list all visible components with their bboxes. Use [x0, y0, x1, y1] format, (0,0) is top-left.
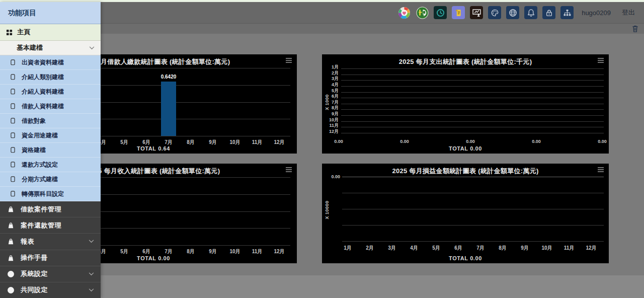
- document-icon: [11, 103, 15, 109]
- sidebar-title: 功能項目: [0, 2, 101, 24]
- sidebar-item[interactable]: 報表: [0, 234, 101, 250]
- gridline: [341, 92, 604, 93]
- sidebar-subitem[interactable]: 轉傳票科目設定: [0, 187, 101, 201]
- org-logo-icon[interactable]: [416, 6, 429, 19]
- sidebar-item[interactable]: 共同設定: [0, 282, 101, 298]
- x-axis-label: 6月: [142, 139, 150, 146]
- sidebar-subitem[interactable]: 資金用途建檔: [0, 128, 101, 143]
- sidebar-subitem[interactable]: 出資者資料建檔: [0, 55, 101, 70]
- x-axis-label: 6月: [142, 248, 150, 255]
- x-axis-label: 6月: [454, 245, 462, 252]
- sidebar-item-label: 操作手冊: [21, 253, 94, 262]
- x-axis-tick: 0.00: [532, 139, 541, 144]
- x-axis-label: 3月: [388, 245, 396, 252]
- sidebar-subitem[interactable]: 借款人資料建檔: [0, 99, 101, 114]
- sidebar-item[interactable]: 操作手冊: [0, 250, 101, 266]
- chevron-down-icon: [89, 272, 94, 276]
- sidebar-item[interactable]: 案件還款管理: [0, 217, 101, 234]
- sidebar-subitem-label: 分期方式建檔: [22, 175, 58, 184]
- sidebar-item-label: 主頁: [17, 28, 30, 37]
- y-axis-label: 12月: [324, 129, 339, 134]
- sidebar-subitem[interactable]: 分期方式建檔: [0, 172, 101, 187]
- sidebar-group-basic[interactable]: 基本建檔: [0, 41, 101, 55]
- sidebar-subitem[interactable]: 資格建檔: [0, 143, 101, 158]
- document-icon: [11, 132, 15, 138]
- clock-icon[interactable]: [434, 6, 447, 19]
- x-axis-tick: 0.00: [466, 139, 475, 144]
- x-axis-label: 1月: [344, 245, 352, 252]
- sitemap-icon[interactable]: [560, 6, 574, 19]
- scroll-icon[interactable]: [452, 6, 465, 19]
- header-icon-row: [392, 6, 574, 19]
- sidebar-subitem[interactable]: 介紹人資料建檔: [0, 85, 101, 99]
- gridline: [342, 177, 604, 177]
- gridline: [341, 121, 604, 122]
- y-axis-label: 1月: [324, 64, 339, 69]
- sidebar-item-label: 報表: [21, 237, 89, 246]
- y-axis-label: 2月: [324, 70, 339, 76]
- chart-total: TOTAL 0.00: [322, 145, 609, 152]
- y-axis-label: 7月: [324, 100, 339, 105]
- sidebar: 功能項目 主頁 基本建檔 出資者資料建檔介紹人類別建檔介紹人資料建檔借款人資料建…: [0, 2, 101, 298]
- bell-icon[interactable]: [524, 6, 537, 19]
- sidebar-subitem-label: 轉傳票科目設定: [22, 190, 64, 198]
- y-axis-label: 11月: [324, 123, 339, 128]
- x-axis-label: 2月: [366, 245, 374, 252]
- sidebar-subitem[interactable]: 介紹人類別建檔: [0, 70, 101, 85]
- plot-area: X 1000 1月2月3月4月5月6月7月8月9月10月11月12月0.000.…: [322, 54, 609, 154]
- document-icon: [11, 147, 15, 153]
- x-axis-label: 10月: [229, 139, 240, 146]
- sidebar-item-label: 借款案件管理: [21, 205, 94, 214]
- logout-button[interactable]: 登出: [622, 8, 635, 17]
- globe-icon[interactable]: [506, 6, 519, 19]
- gridline: [341, 98, 604, 98]
- page: hugo0209 登出 2025 每月借款人繳款統計圖表 (統計金額單位:萬元)…: [0, 0, 644, 298]
- sidebar-subitem[interactable]: 借款對象: [0, 114, 101, 128]
- sidebar-item-home[interactable]: 主頁: [0, 24, 101, 41]
- charity-logo-icon[interactable]: [397, 6, 411, 19]
- lock-icon[interactable]: [542, 6, 555, 19]
- gridline: [342, 209, 604, 209]
- y-axis-label: 9月: [324, 111, 339, 116]
- circle-icon: [7, 286, 15, 293]
- y-axis-unit: X 10000: [325, 200, 330, 219]
- grid-icon: [6, 29, 13, 36]
- trash-icon[interactable]: [631, 25, 639, 33]
- briefcase-icon: [7, 222, 15, 229]
- palette-icon[interactable]: [488, 6, 501, 19]
- x-axis-label: 12月: [586, 245, 596, 252]
- y-axis-label: 4月: [324, 82, 339, 87]
- sidebar-subitem-label: 還款方式設定: [22, 161, 58, 169]
- sidebar-item[interactable]: 系統設定: [0, 266, 101, 282]
- x-axis-label: 8月: [187, 139, 195, 146]
- briefcase-icon: [7, 206, 15, 213]
- gridline: [341, 115, 604, 116]
- y-axis-label: 5月: [324, 88, 339, 93]
- x-axis-label: 7月: [165, 139, 173, 146]
- x-axis-label: 9月: [209, 248, 217, 255]
- y-axis-label: 8月: [324, 105, 339, 110]
- sidebar-subitem-label: 借款人資料建檔: [22, 102, 64, 111]
- gridline: [342, 193, 604, 193]
- document-icon: [11, 162, 15, 168]
- chart-panel-expense: 2025 每月支出統計圖表 (統計金額單位:千元) X 1000 1月2月3月4…: [322, 54, 609, 154]
- gridline: [341, 74, 604, 75]
- sidebar-subitem[interactable]: 還款方式設定: [0, 158, 101, 172]
- chevron-down-icon: [89, 46, 95, 50]
- x-axis-label: 12月: [274, 139, 284, 146]
- x-axis-label: 8月: [187, 248, 195, 255]
- x-axis-label: 9月: [209, 139, 217, 146]
- presentation-icon[interactable]: [470, 6, 483, 19]
- sidebar-submenu: 出資者資料建檔介紹人類別建檔介紹人資料建檔借款人資料建檔借款對象資金用途建檔資格…: [0, 55, 101, 201]
- circle-icon: [7, 270, 15, 277]
- sidebar-subitem-label: 借款對象: [22, 117, 46, 125]
- chart-total: TOTAL 0.00: [322, 255, 609, 261]
- sidebar-item[interactable]: 借款案件管理: [0, 201, 101, 217]
- sidebar-item-label: 系統設定: [21, 269, 89, 278]
- x-axis-label: 12月: [274, 248, 284, 255]
- document-icon: [11, 74, 15, 80]
- briefcase-icon: [7, 254, 15, 261]
- sidebar-subitem-label: 出資者資料建檔: [22, 58, 64, 67]
- y-axis-tick: 0.00: [328, 174, 340, 179]
- gridline: [341, 104, 604, 104]
